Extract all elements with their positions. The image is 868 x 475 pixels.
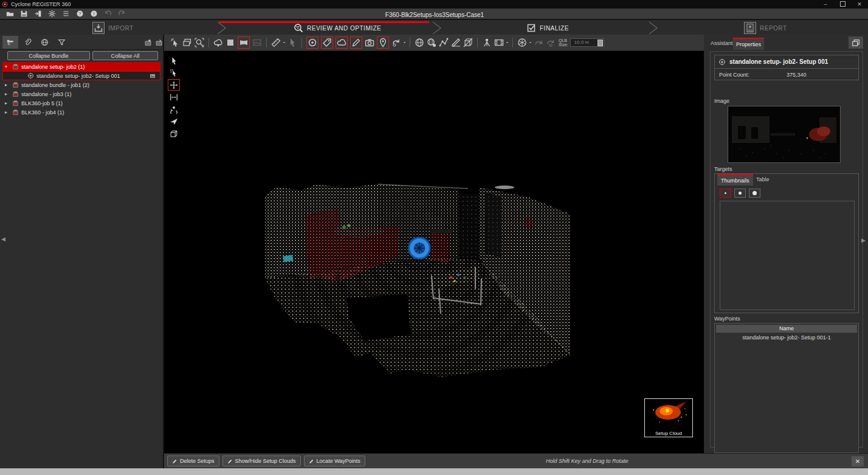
info-icon[interactable]: i <box>90 10 98 18</box>
locate-waypoints-button[interactable]: Locate WayPoints <box>304 456 365 466</box>
bottom-strip <box>0 468 868 475</box>
tab-thumbnails[interactable]: Thumbnails <box>717 174 753 185</box>
smart-pick-tool-icon[interactable] <box>170 38 180 47</box>
tab-finalize[interactable]: FINALIZE <box>526 21 569 35</box>
tab-attachments[interactable] <box>19 36 35 49</box>
slice-tool-icon[interactable] <box>451 38 461 47</box>
qlb-size-slider[interactable]: 10.0 m <box>570 38 604 47</box>
tree-item-job4[interactable]: ▸ BLK360 - job4 (1) <box>2 108 160 117</box>
collapse-caret-icon[interactable]: ▸ <box>5 82 10 88</box>
cloud-lock-tool-icon[interactable] <box>213 38 223 47</box>
tab-assistant[interactable]: Assistant <box>708 38 736 49</box>
qlb-slider-handle[interactable] <box>598 40 603 46</box>
multi-select-tool-button[interactable] <box>168 67 180 78</box>
limit-box-tool-icon[interactable] <box>463 38 473 47</box>
tab-filter[interactable] <box>53 36 69 49</box>
undo-icon[interactable] <box>104 10 112 18</box>
panorama-view-tool-icon[interactable] <box>238 36 250 49</box>
target-size-large-button[interactable] <box>749 189 760 198</box>
polyline-tool-icon[interactable] <box>439 38 449 47</box>
tree-item-job5[interactable]: ▸ BLK360-job 5 (1) <box>2 99 160 108</box>
multi-select-cursor-icon <box>170 69 178 77</box>
panel-layout-button[interactable] <box>849 36 863 49</box>
tree-item-job3[interactable]: ▸ standalone - job3 (1) <box>2 89 160 99</box>
collapse-bundle-button[interactable]: Collapse Bundle <box>7 51 90 60</box>
save-icon[interactable] <box>20 10 28 18</box>
pano-image-tool-icon[interactable] <box>252 38 262 47</box>
target-size-small-button[interactable] <box>720 189 731 198</box>
layers-tool-icon[interactable] <box>182 38 192 47</box>
explorer-tab-strip <box>0 35 163 50</box>
tab-table[interactable]: Table <box>753 174 773 184</box>
minimize-button[interactable]: – <box>822 1 829 7</box>
close-button[interactable]: ✕ <box>856 1 863 7</box>
maximize-button[interactable] <box>839 1 846 8</box>
tree-item-job1[interactable]: ▸ standalone bundle - job1 (2) <box>2 80 160 89</box>
animation-tool-icon[interactable] <box>494 38 504 47</box>
select-tool-button[interactable] <box>168 55 180 66</box>
collapse-caret-icon[interactable]: ▸ <box>5 109 10 115</box>
tab-web[interactable] <box>36 36 52 49</box>
tab-project-files[interactable] <box>2 36 18 49</box>
tab-properties[interactable]: Properties <box>733 38 764 50</box>
truview-tool-icon[interactable] <box>415 38 424 47</box>
measure-dropdown-icon[interactable] <box>282 38 286 47</box>
tree-item-label: standalone setup- job2 (1) <box>21 64 85 70</box>
locate-waypoints-label: Locate WayPoints <box>317 458 360 464</box>
3d-view-button[interactable] <box>168 128 180 139</box>
setup-image-preview[interactable] <box>728 106 841 163</box>
delete-setups-button[interactable]: Delete Setups <box>167 456 219 466</box>
settings-icon[interactable] <box>48 10 56 18</box>
annotate-tool-icon[interactable] <box>350 36 362 49</box>
setup-cloud-preview <box>645 399 691 427</box>
collapse-all-button[interactable]: Collapse All <box>92 51 158 60</box>
open-project-icon[interactable] <box>6 10 14 18</box>
expand-right-panel-icon[interactable]: ▶ <box>861 237 866 243</box>
add-tag-tool-icon[interactable] <box>321 36 333 49</box>
add-target-tool-icon[interactable] <box>306 36 319 49</box>
solid-view-tool-icon[interactable] <box>226 38 235 47</box>
expand-caret-icon[interactable]: ▾ <box>5 64 10 69</box>
waypoint-tool-icon[interactable] <box>377 36 389 49</box>
measure-tool-icon[interactable] <box>271 38 281 47</box>
pick-tool-icon[interactable] <box>288 38 297 47</box>
target-size-medium-button[interactable] <box>734 189 746 198</box>
3d-viewport[interactable]: M QLB Size: 10.0 m <box>164 35 704 453</box>
list-icon[interactable] <box>62 10 70 18</box>
bundle-icon <box>12 100 19 106</box>
view-orientation-tool-icon[interactable] <box>517 38 527 47</box>
show-hide-setup-clouds-button[interactable]: Show/Hide Setup Clouds <box>222 456 301 466</box>
tab-review-and-optimize[interactable]: REVIEW AND OPTIMIZE <box>294 21 381 35</box>
fly-view-button[interactable] <box>168 116 180 127</box>
geotag-tool-icon[interactable] <box>427 38 436 47</box>
add-cloud-tool-icon[interactable] <box>336 36 348 49</box>
target-thumbnails-list[interactable] <box>720 201 855 310</box>
waypoint-row[interactable]: standalone setup- job2- Setup 001-1 <box>715 334 858 342</box>
point-cloud-scene[interactable] <box>164 51 704 453</box>
rotate-left-tool-icon[interactable] <box>534 38 543 47</box>
redo-icon[interactable] <box>118 10 126 18</box>
orientation-dropdown-icon[interactable] <box>528 38 532 47</box>
setup-cloud-inset[interactable]: Setup Cloud <box>644 398 693 437</box>
target-size-buttons <box>720 189 760 198</box>
measure-distance-button[interactable] <box>168 91 180 103</box>
tree-item-job2-setup001[interactable]: standalone setup- job2- Setup 001 <box>2 71 160 80</box>
collapse-left-panel-icon[interactable]: ◀ <box>1 236 5 242</box>
station-tool-icon[interactable] <box>482 38 492 47</box>
snapshot-tool-icon[interactable] <box>365 38 374 47</box>
import-icon[interactable] <box>34 10 42 18</box>
tab-report[interactable]: REPORT <box>744 21 787 35</box>
help-icon[interactable]: ? <box>76 10 84 18</box>
pan-tool-button[interactable] <box>168 79 180 91</box>
orbit-view-button[interactable] <box>168 103 180 115</box>
link-tool-icon[interactable] <box>391 38 401 47</box>
close-view-button[interactable]: ✕ <box>852 456 864 466</box>
animation-dropdown-icon[interactable] <box>505 38 509 47</box>
tree-item-job2[interactable]: ▾ standalone setup- job2 (1) <box>2 62 160 71</box>
collapse-caret-icon[interactable]: ▸ <box>5 100 10 106</box>
tab-import[interactable]: IMPORT <box>92 21 134 35</box>
collapse-caret-icon[interactable]: ▸ <box>5 91 10 97</box>
zoom-fit-tool-icon[interactable] <box>195 38 204 47</box>
rotate-m-tool-icon[interactable]: M <box>546 38 556 47</box>
link-dropdown-icon[interactable] <box>402 38 407 47</box>
